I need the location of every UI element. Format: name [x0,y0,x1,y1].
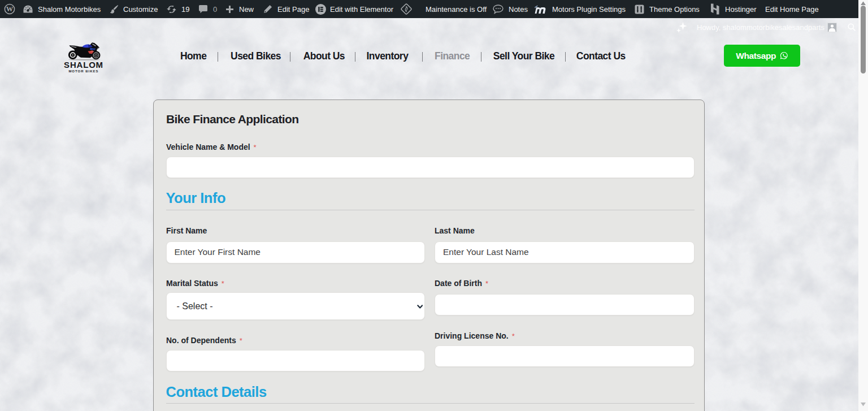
svg-text:W: W [6,5,14,13]
